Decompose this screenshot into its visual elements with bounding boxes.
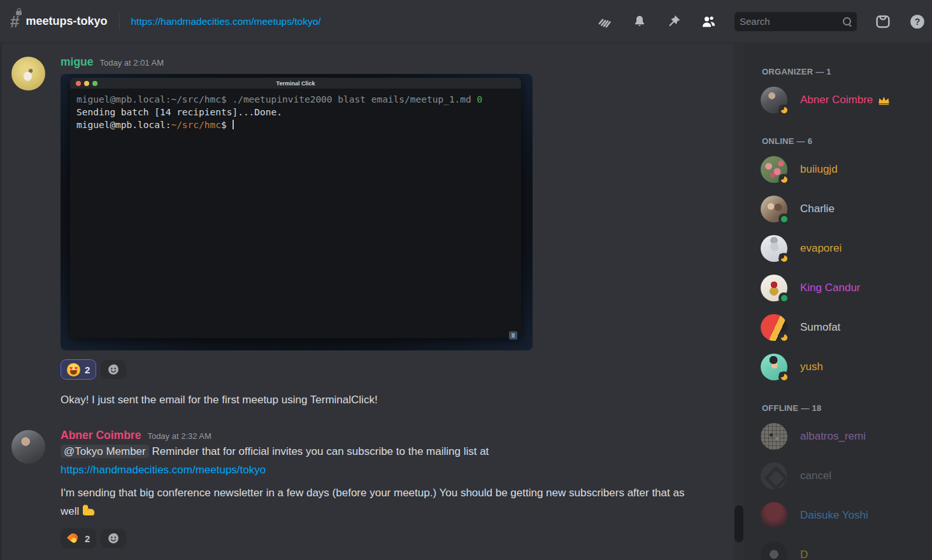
add-reaction-button[interactable] — [101, 360, 126, 379]
member-cancel[interactable]: cancel — [761, 463, 927, 489]
message-migue: migue Today at 2:01 AM Terminal Click mi… — [0, 55, 744, 409]
member-abner-coimbre[interactable]: Abner Coimbre — [761, 87, 927, 113]
author-name[interactable]: migue — [61, 55, 94, 69]
avatar-flowers — [761, 156, 787, 183]
pinned-messages-icon[interactable] — [666, 13, 682, 30]
message-timestamp: Today at 2:01 AM — [100, 58, 164, 68]
inbox-icon[interactable] — [875, 13, 891, 30]
terminal-line1: miguel@mpb.local:~/src/hmc$ ./meetupinvi… — [76, 94, 477, 104]
terminal-line1-status: 0 — [477, 94, 483, 104]
channel-header: # meetups-tokyo https://handmadecities.c… — [0, 0, 932, 43]
member-name: King Candur — [800, 282, 861, 294]
reaction-count: 2 — [85, 533, 90, 544]
paragraph-2-text: I'm sending that big conference newslett… — [61, 487, 684, 517]
terminal-prompt-user: miguel@mpb.local: — [76, 120, 171, 130]
idle-status-icon — [778, 371, 789, 382]
role-mention-tokyo-member[interactable]: @Tokyo Member — [61, 445, 149, 458]
section-offline: OFFLINE — 18 — [762, 403, 927, 413]
message-line-link: https://handmadecities.com/meetups/tokyo — [61, 461, 701, 479]
reactions-row: 2 — [61, 359, 744, 380]
author-name[interactable]: Abner Coimbre — [61, 429, 141, 442]
mailing-list-link[interactable]: https://handmadecities.com/meetups/tokyo — [61, 464, 266, 476]
message-line-mention: @Tokyo Member Reminder that for official… — [61, 442, 701, 461]
message-paragraph-2: I'm sending that big conference newslett… — [61, 484, 701, 521]
fire-emoji — [67, 532, 80, 545]
member-name: Sumofat — [800, 321, 840, 334]
discord-app: # meetups-tokyo https://handmadecities.c… — [0, 0, 932, 560]
channel-topic-link[interactable]: https://handmadecities.com/meetups/tokyo… — [131, 16, 321, 27]
member-name: cancel — [800, 470, 831, 482]
channel-title-group: # meetups-tokyo https://handmadecities.c… — [10, 13, 321, 30]
member-buiiugjd[interactable]: buiiugjd — [761, 156, 927, 183]
locked-channel-hash-icon: # — [10, 13, 19, 30]
channel-name: meetups-tokyo — [25, 15, 107, 28]
online-status-icon — [778, 213, 789, 224]
terminal-window: Terminal Click miguel@mpb.local:~/src/hm… — [70, 78, 521, 338]
chat-scrollbar-thumb[interactable] — [735, 505, 743, 542]
terminal-prompt-symbol: $ — [221, 120, 227, 130]
search-input[interactable]: Search — [735, 12, 857, 31]
member-name: albatros_remi — [800, 430, 866, 443]
terminal-body: miguel@mpb.local:~/src/hmc$ ./meetupinvi… — [70, 89, 521, 338]
search-icon — [843, 17, 852, 26]
member-name: Abner Coimbre — [800, 94, 873, 106]
message-text-after-mention: Reminder that for official invites you c… — [152, 445, 489, 457]
message-header: migue Today at 2:01 AM — [61, 55, 744, 69]
member-name: Charlie — [800, 203, 835, 215]
member-name: Daisuke Yoshi — [800, 509, 868, 522]
avatar-anime-sketch — [761, 235, 787, 262]
avatar-portrait-teal — [761, 354, 787, 380]
member-list-sidebar: ORGANIZER — 1 Abner Coimbre ONLINE — 6 b… — [744, 44, 932, 560]
avatar-red-hair-anime — [761, 502, 787, 529]
avatar-dark-icon — [761, 542, 787, 560]
heart-eyes-emoji — [67, 363, 80, 377]
idle-status-icon — [778, 174, 789, 185]
notifications-bell-icon[interactable] — [631, 13, 648, 30]
header-divider — [119, 13, 120, 30]
help-icon[interactable]: ? — [909, 13, 926, 30]
avatar-photo — [761, 196, 787, 222]
reaction-heart-eyes[interactable]: 2 — [61, 359, 96, 380]
smiley-add-reaction-icon — [107, 532, 120, 545]
lock-icon — [16, 11, 22, 15]
crown-icon — [878, 96, 890, 105]
message-timestamp: Today at 2:32 AM — [147, 431, 211, 441]
member-albatros-remi[interactable]: albatros_remi — [761, 423, 927, 450]
terminal-titlebar: Terminal Click — [70, 78, 521, 89]
terminal-cursor — [233, 120, 234, 129]
message-text: Okay! I just sent the email for the firs… — [61, 391, 701, 409]
member-daisuke-yoshi[interactable]: Daisuke Yoshi — [761, 502, 927, 529]
member-name: evaporei — [800, 242, 842, 255]
flexed-biceps-emoji — [82, 503, 97, 518]
member-yush[interactable]: yush — [761, 354, 927, 380]
smiley-add-reaction-icon — [107, 363, 120, 376]
member-name: buiiugjd — [800, 163, 838, 176]
add-reaction-button[interactable] — [101, 529, 126, 548]
member-king-candur[interactable]: King Candur — [761, 275, 927, 301]
message-header: Abner Coimbre Today at 2:32 AM — [61, 429, 744, 442]
reaction-fire[interactable]: 2 — [61, 528, 96, 549]
avatar-diamond-logo — [761, 463, 787, 489]
avatar-abner-coimbre[interactable] — [11, 430, 45, 464]
member-sumofat[interactable]: Sumofat — [761, 314, 927, 341]
terminal-line2: Sending batch [14 recipients]...Done. — [76, 107, 282, 117]
avatar-red-logo — [761, 314, 787, 341]
header-toolbar: Search ? — [597, 12, 926, 31]
terminal-window-title: Terminal Click — [70, 80, 521, 87]
message-list: migue Today at 2:01 AM Terminal Click mi… — [0, 44, 744, 560]
member-name: D — [800, 549, 808, 560]
image-corner-badge — [509, 331, 517, 340]
search-placeholder: Search — [740, 16, 843, 27]
chat-scrollbar-track[interactable] — [734, 44, 744, 560]
member-evaporei[interactable]: evaporei — [761, 235, 927, 262]
terminal-screenshot-attachment[interactable]: Terminal Click miguel@mpb.local:~/src/hm… — [61, 74, 533, 350]
avatar-go-board — [761, 423, 787, 450]
avatar-migue-bird[interactable] — [11, 57, 45, 90]
avatar-crown — [761, 275, 787, 301]
threads-icon[interactable] — [597, 13, 613, 30]
member-name: yush — [800, 361, 823, 373]
member-charlie[interactable]: Charlie — [761, 196, 927, 222]
svg-text:?: ? — [915, 16, 921, 26]
member-partial[interactable]: D — [761, 542, 927, 560]
member-list-icon[interactable] — [700, 13, 717, 30]
